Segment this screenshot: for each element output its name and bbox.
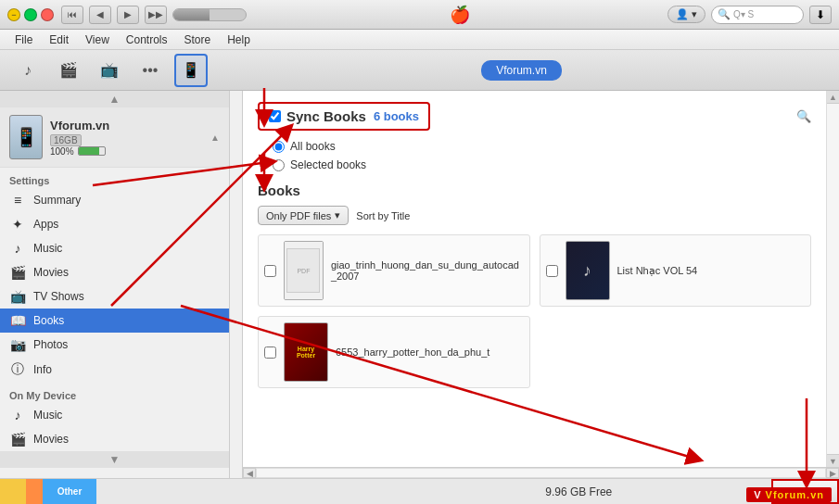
- music-toolbar-icon[interactable]: ♪: [11, 54, 44, 87]
- sidebar-item-tvshows[interactable]: 📺 TV Shows: [0, 284, 229, 309]
- device-battery: 100%: [50, 146, 109, 157]
- books-section-title: Books: [258, 183, 811, 198]
- watermark-v: V: [754, 489, 761, 500]
- book-item-harry: Harry Potter 6553_harry_potter_hon_da_ph…: [258, 316, 530, 388]
- h-scroll-left-arrow[interactable]: ◀: [243, 468, 256, 478]
- horizontal-scrollbar[interactable]: ◀ ▶: [243, 467, 839, 478]
- sync-books-row: Sync Books 6 books 🔍: [258, 102, 811, 131]
- menu-help[interactable]: Help: [220, 32, 258, 48]
- sync-books-checkbox[interactable]: [269, 110, 281, 122]
- h-scroll-track[interactable]: [256, 468, 826, 478]
- books-icon: 📖: [9, 313, 26, 328]
- menu-view[interactable]: View: [78, 32, 117, 48]
- sidebar-item-on-movies[interactable]: 🎬 Movies: [0, 427, 229, 451]
- book-item-music: ♪ List Nhạc VOL 54: [540, 234, 812, 307]
- sidebar-item-on-music[interactable]: ♪ Music: [0, 403, 229, 427]
- sidebar-item-books[interactable]: 📖 Books: [0, 309, 229, 333]
- download-button[interactable]: ⬇: [809, 6, 832, 24]
- movie-toolbar-icon[interactable]: 🎬: [52, 54, 85, 87]
- title-center: 🍎: [252, 5, 667, 25]
- radio-group: All books Selected books: [273, 140, 811, 171]
- sidebar-item-photos[interactable]: 📷 Photos: [0, 333, 229, 357]
- account-label: ▾: [692, 8, 697, 20]
- tv-toolbar-icon[interactable]: 📺: [93, 54, 126, 87]
- book-checkbox-music[interactable]: [546, 265, 558, 277]
- battery-pct-label: 100%: [50, 146, 74, 157]
- content-scroll[interactable]: Sync Books 6 books 🔍 All books: [243, 91, 826, 467]
- scroll-up-arrow[interactable]: ▲: [827, 91, 839, 104]
- book-thumb-autocad: PDF: [284, 241, 324, 300]
- sort-label: Sort by Title: [356, 210, 410, 221]
- watermark: V Vforum.vn: [746, 487, 832, 502]
- menu-edit[interactable]: Edit: [42, 32, 76, 48]
- scroll-down-arrow[interactable]: ▼: [827, 454, 839, 467]
- device-header: 📱 Vforum.vn 16GB 100% ▲: [0, 107, 229, 168]
- progress-bar[interactable]: [172, 8, 247, 21]
- search-bar[interactable]: 🔍 Q▾ S: [711, 6, 804, 24]
- sidebar-item-apps[interactable]: ✦ Apps: [0, 212, 229, 236]
- menu-file[interactable]: File: [7, 32, 40, 48]
- search-text: Q▾ S: [733, 9, 754, 19]
- all-books-radio[interactable]: [273, 141, 285, 153]
- account-button[interactable]: 👤 ▾: [667, 6, 706, 23]
- sync-books-header: Sync Books 6 books: [258, 102, 430, 131]
- close-button[interactable]: [41, 8, 54, 21]
- playback-controls: ⏮ ◀ ▶ ▶▶: [61, 6, 167, 24]
- book-checkbox-autocad[interactable]: [264, 265, 276, 277]
- sidebar-resize-handle[interactable]: [230, 91, 243, 478]
- device-info: Vforum.vn 16GB 100%: [50, 119, 109, 157]
- content-with-scroll: Sync Books 6 books 🔍 All books: [243, 91, 839, 467]
- menu-store[interactable]: Store: [177, 32, 219, 48]
- forward-button[interactable]: ▶▶: [145, 6, 167, 24]
- books-grid: PDF giao_trinh_huong_dan_su_dung_autocad…: [258, 234, 811, 388]
- book-title-music: List Nhạc VOL 54: [617, 265, 698, 277]
- sidebar-item-label-photos: Photos: [33, 338, 68, 351]
- book-checkbox-harry[interactable]: [264, 346, 276, 359]
- seg-video: [26, 479, 43, 504]
- more-toolbar-icon[interactable]: •••: [133, 54, 167, 87]
- search-icon: 🔍: [718, 8, 731, 20]
- device-toolbar-icon[interactable]: 📱: [174, 54, 208, 87]
- window-controls: −: [7, 8, 54, 21]
- book-title-autocad: giao_trinh_huong_dan_su_dung_autocad_200…: [331, 259, 524, 282]
- music-icon: ♪: [9, 241, 26, 256]
- selected-books-radio[interactable]: [273, 159, 285, 171]
- filter-dropdown[interactable]: Only PDF files ▾: [258, 206, 349, 225]
- selected-books-label: Selected books: [290, 158, 366, 171]
- seg-other: Other: [43, 479, 96, 504]
- photos-icon: 📷: [9, 337, 26, 352]
- minimize-button[interactable]: −: [7, 8, 20, 21]
- user-icon: 👤: [676, 8, 689, 20]
- h-scroll-right-arrow[interactable]: ▶: [826, 468, 839, 478]
- sync-books-count: 6 books: [374, 109, 419, 123]
- main-layout: ▲ 📱 Vforum.vn 16GB 100%: [0, 91, 839, 478]
- info-icon: ⓘ: [9, 361, 26, 378]
- sidebar-item-music[interactable]: ♪ Music: [0, 236, 229, 260]
- music-book-icon: ♪: [583, 261, 591, 281]
- sidebar-item-movies[interactable]: 🎬 Movies: [0, 260, 229, 284]
- battery-fill: [79, 147, 99, 155]
- play-button[interactable]: ▶: [117, 6, 139, 24]
- restore-button[interactable]: [24, 8, 37, 21]
- sidebar-item-info[interactable]: ⓘ Info: [0, 357, 229, 383]
- search-right-btn[interactable]: 🔍: [796, 109, 811, 123]
- menu-controls[interactable]: Controls: [119, 32, 175, 48]
- sidebar-scroll-down[interactable]: ▼: [0, 451, 229, 468]
- sidebar-item-label-info: Info: [33, 363, 52, 376]
- sidebar-item-label-apps: Apps: [33, 218, 58, 231]
- status-bar: Other 9.96 GB Free Sync: [0, 478, 839, 504]
- sidebar-item-summary[interactable]: ≡ Summary: [0, 188, 229, 212]
- summary-icon: ≡: [9, 193, 26, 208]
- sidebar-scroll-up[interactable]: ▲: [0, 91, 229, 107]
- sidebar-item-label-movies: Movies: [33, 266, 69, 279]
- skip-back-button[interactable]: ⏮: [61, 6, 83, 24]
- on-my-device-section-label: On My Device: [0, 383, 229, 403]
- right-scrollbar[interactable]: ▲ ▼: [826, 91, 839, 467]
- scroll-track[interactable]: [827, 104, 839, 454]
- sidebar-item-label-on-movies: Movies: [33, 433, 69, 446]
- sidebar-collapse-btn[interactable]: ▲: [210, 132, 220, 143]
- vforum-tag: Vforum.vn: [481, 60, 562, 81]
- device-name-label: Vforum.vn: [50, 119, 109, 132]
- back-button[interactable]: ◀: [89, 6, 111, 24]
- watermark-text: Vforum.vn: [766, 489, 824, 500]
